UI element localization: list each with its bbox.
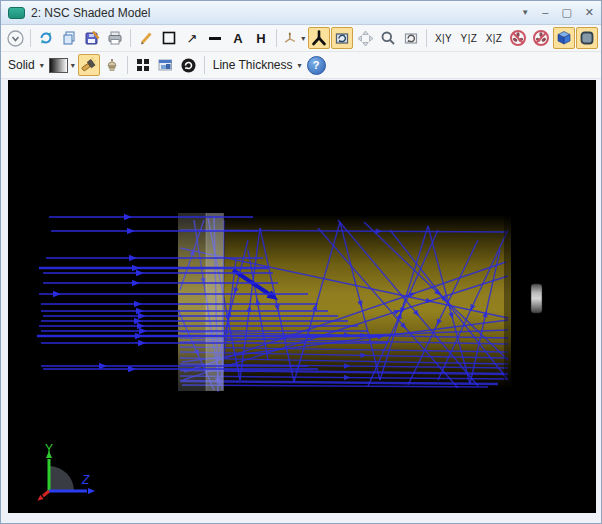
- suppress-rays-button[interactable]: [507, 27, 529, 49]
- rotate-axes-icon: [311, 30, 327, 46]
- lamp-button[interactable]: [101, 54, 123, 76]
- window-menu-button[interactable]: ▼: [521, 9, 529, 17]
- no-fan-icon: [509, 29, 527, 47]
- svg-text:Z: Z: [81, 473, 90, 487]
- flashlight-icon: [80, 57, 97, 74]
- plane-yz-button[interactable]: Y|Z: [457, 27, 481, 49]
- text-a-icon: A: [233, 32, 242, 45]
- reset-view-button[interactable]: [400, 27, 422, 49]
- line-icon: [209, 37, 221, 40]
- pan-tool-button[interactable]: [354, 27, 376, 49]
- draw-rectangle-button[interactable]: [158, 27, 180, 49]
- pan-icon: [357, 30, 374, 47]
- reset-rotation-button[interactable]: [178, 54, 200, 76]
- circle-arrow-icon: [180, 57, 197, 74]
- orientation-dropdown-button[interactable]: ▾: [281, 27, 307, 49]
- rotate-box-icon: [334, 30, 350, 46]
- print-icon: [107, 30, 123, 46]
- save-icon: [84, 30, 100, 46]
- copy-button[interactable]: [58, 27, 80, 49]
- text-h-icon: H: [256, 32, 265, 45]
- chevron-down-icon: ▾: [298, 61, 302, 70]
- window-image-icon: [157, 57, 174, 73]
- draw-line-button[interactable]: [135, 27, 157, 49]
- h-tool-button[interactable]: H: [250, 27, 272, 49]
- copy-window-button[interactable]: [155, 54, 177, 76]
- title-bar[interactable]: 2: NSC Shaded Model ▼ – ▢ ✕: [1, 1, 601, 25]
- main-toolbar: ↗ A H ▾: [1, 25, 601, 52]
- solid-label: Solid: [6, 58, 37, 72]
- flashlight-button[interactable]: [78, 54, 100, 76]
- separator: [30, 29, 31, 47]
- help-icon: ?: [307, 56, 326, 75]
- reset-box-icon: [403, 30, 419, 46]
- expand-toolbar-button[interactable]: [4, 27, 26, 49]
- nsc-shaded-model-window: 2: NSC Shaded Model ▼ – ▢ ✕: [0, 0, 602, 524]
- arrow-icon: ↗: [187, 32, 198, 45]
- shaded-model-viewport[interactable]: YZ: [8, 80, 596, 513]
- pencil-icon: [138, 30, 154, 46]
- text-tool-button[interactable]: A: [227, 27, 249, 49]
- maximize-button[interactable]: ▢: [561, 7, 571, 18]
- refresh-icon: [38, 30, 54, 46]
- close-button[interactable]: ✕: [585, 7, 594, 18]
- separator: [426, 29, 427, 47]
- rounded-square-icon: [579, 30, 595, 46]
- opacity-display-button[interactable]: [576, 27, 598, 49]
- line-thickness-dropdown[interactable]: Line Thickness ▾: [209, 54, 304, 76]
- line-thickness-label: Line Thickness: [211, 58, 295, 72]
- plane-xy-button[interactable]: X|Y: [431, 27, 456, 49]
- draw-arrow-button[interactable]: ↗: [181, 27, 203, 49]
- rotate-box-tool-button[interactable]: [331, 27, 353, 49]
- view-toolbar: Solid ▾ ▾: [1, 52, 601, 79]
- help-glyph: ?: [313, 59, 320, 71]
- window-title: 2: NSC Shaded Model: [31, 6, 150, 20]
- update-button[interactable]: [35, 27, 57, 49]
- plane-xz-button[interactable]: X|Z: [482, 27, 506, 49]
- draw-dash-button[interactable]: [204, 27, 226, 49]
- color-gradient-dropdown[interactable]: ▾: [47, 54, 77, 76]
- chevron-down-icon: ▾: [40, 61, 44, 70]
- window-icon: [8, 7, 25, 19]
- plane-yz-label: Y|Z: [458, 33, 481, 44]
- separator: [276, 29, 277, 47]
- fit-window-button[interactable]: [132, 54, 154, 76]
- magnifier-icon: [380, 30, 396, 46]
- nsc-scene: YZ: [8, 80, 596, 513]
- shaded-display-button[interactable]: [553, 27, 575, 49]
- lamp-icon: [104, 57, 120, 73]
- suppress-nsc-rays-button[interactable]: [530, 27, 552, 49]
- separator: [204, 56, 205, 74]
- chevron-down-icon: ▾: [71, 61, 75, 70]
- solid-dropdown[interactable]: Solid ▾: [4, 54, 46, 76]
- zoom-tool-button[interactable]: [377, 27, 399, 49]
- svg-text:Y: Y: [45, 442, 53, 456]
- separator: [127, 56, 128, 74]
- save-button[interactable]: [81, 27, 103, 49]
- four-squares-icon: [135, 57, 151, 73]
- rectangle-icon: [161, 30, 177, 46]
- cube-icon: [556, 30, 572, 46]
- print-button[interactable]: [104, 27, 126, 49]
- copy-icon: [61, 30, 77, 46]
- gradient-swatch-icon: [49, 58, 68, 73]
- rotate-tool-button[interactable]: [308, 27, 330, 49]
- plane-xz-label: X|Z: [483, 33, 506, 44]
- axis-3d-icon: [283, 30, 298, 46]
- minimize-button[interactable]: –: [542, 7, 548, 18]
- separator: [130, 29, 131, 47]
- chevron-down-icon: ▾: [301, 34, 305, 43]
- no-fan-icon: [532, 29, 550, 47]
- chevron-circle-icon: [7, 30, 24, 47]
- help-button[interactable]: ?: [305, 54, 328, 76]
- plane-xy-label: X|Y: [432, 33, 455, 44]
